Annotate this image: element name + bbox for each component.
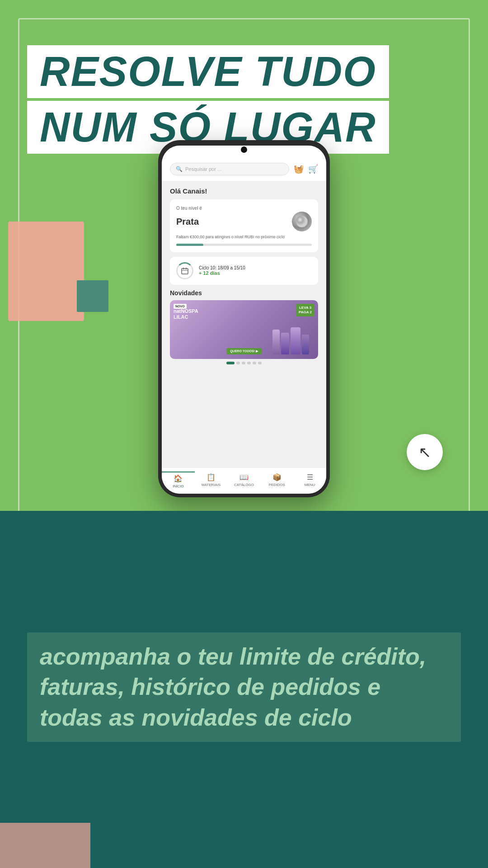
headline-line1: RESOLVE TUDO — [40, 48, 376, 94]
search-bar[interactable]: 🔍 Pesquisar por ... — [170, 163, 289, 175]
level-card: O teu nível é Prata — [170, 199, 318, 252]
dot-1[interactable] — [226, 362, 235, 364]
level-message: Faltam €300,00 para atingires o nível RU… — [176, 234, 312, 240]
deco-teal-rectangle — [77, 280, 108, 312]
headline-area: RESOLVE TUDO NUM SÓ LUGAR — [27, 45, 461, 154]
greeting-text: Olá Canais! — [170, 187, 318, 195]
level-label: O teu nível é — [176, 206, 312, 211]
svg-rect-1 — [182, 269, 188, 274]
deco-pink-rectangle — [8, 222, 84, 321]
search-icon: 🔍 — [176, 166, 183, 172]
cycle-days: + 12 dias — [199, 270, 245, 276]
bottom-description: acompanha o teu limite de crédito, fatur… — [40, 642, 448, 733]
nav-catalogo[interactable]: 📖 CATÁLOGO — [228, 473, 261, 487]
level-name-row: Prata — [176, 212, 312, 231]
app-content: 🔍 Pesquisar por ... 🧺 🛒 Olá Canais! O te… — [162, 146, 326, 494]
svg-point-0 — [296, 216, 308, 227]
catalogo-icon: 📖 — [239, 473, 249, 481]
nav-materiais[interactable]: 📋 MATERIAIS — [195, 473, 228, 487]
nav-catalogo-label: CATÁLOGO — [234, 483, 254, 487]
bottom-section: acompanha o teu limite de crédito, fatur… — [0, 511, 488, 868]
progress-bar — [176, 244, 312, 246]
dot-3[interactable] — [242, 362, 245, 364]
dot-5[interactable] — [253, 362, 256, 364]
wishlist-icon[interactable]: 🧺 — [294, 164, 304, 174]
novidades-section: Novidades NOVO natNOSPA LILAC LEVA 3PAGA… — [170, 289, 318, 461]
inicio-icon: 🏠 — [174, 474, 183, 483]
click-cursor-button: ↖ — [407, 434, 443, 470]
cart-icon[interactable]: 🛒 — [308, 164, 318, 174]
banner-products — [272, 327, 309, 354]
nav-pedidos-label: PEDIDOS — [269, 483, 285, 487]
pedidos-icon: 📦 — [272, 473, 282, 481]
cycle-dates: Ciclo 10: 18/09 a 15/10 — [199, 265, 245, 270]
nav-inicio-label: INÍCIO — [173, 484, 183, 488]
cycle-icon — [176, 262, 193, 279]
banner-cta[interactable]: QUERO TODOS! ▶ — [226, 348, 262, 354]
materiais-icon: 📋 — [206, 473, 216, 481]
banner-promo: LEVA 3PAGA 2 — [296, 304, 314, 317]
cursor-icon: ↖ — [418, 443, 431, 461]
bottom-nav: 🏠 INÍCIO 📋 MATERIAIS 📖 CATÁLOGO 📦 — [162, 467, 326, 494]
phone-mockup: 🔍 Pesquisar por ... 🧺 🛒 Olá Canais! O te… — [158, 140, 330, 497]
phone-camera — [241, 146, 247, 153]
dot-6[interactable] — [258, 362, 262, 364]
level-name: Prata — [176, 217, 199, 227]
bottom-text-block: acompanha o teu limite de crédito, fatur… — [27, 632, 461, 742]
dot-2[interactable] — [236, 362, 240, 364]
banner-brand: natNOSPA LILAC — [174, 308, 198, 320]
nav-menu-label: MENU — [305, 483, 315, 487]
nav-menu[interactable]: ☰ MENU — [293, 473, 326, 487]
menu-icon: ☰ — [307, 473, 313, 481]
nav-materiais-label: MATERIAIS — [202, 483, 221, 487]
nav-pedidos[interactable]: 📦 PEDIDOS — [260, 473, 293, 487]
progress-bar-fill — [176, 244, 203, 246]
deco-pink-bottom — [0, 823, 90, 868]
pagination-dots — [170, 362, 318, 364]
app-body: Olá Canais! O teu nível é Prata — [162, 181, 326, 467]
cycle-info: Ciclo 10: 18/09 a 15/10 + 12 dias — [199, 265, 245, 276]
top-section: RESOLVE TUDO NUM SÓ LUGAR 🔍 Pesquisar po… — [0, 0, 488, 511]
nav-inicio[interactable]: 🏠 INÍCIO — [162, 472, 195, 488]
cycle-card: Ciclo 10: 18/09 a 15/10 + 12 dias — [170, 257, 318, 285]
phone-outer: 🔍 Pesquisar por ... 🧺 🛒 Olá Canais! O te… — [158, 140, 330, 497]
novidades-title: Novidades — [170, 289, 318, 297]
headline-box-1: RESOLVE TUDO — [27, 45, 389, 98]
phone-screen: 🔍 Pesquisar por ... 🧺 🛒 Olá Canais! O te… — [162, 146, 326, 494]
level-badge — [292, 212, 312, 231]
search-placeholder-text: Pesquisar por ... — [185, 166, 221, 172]
dot-4[interactable] — [247, 362, 251, 364]
product-banner[interactable]: NOVO natNOSPA LILAC LEVA 3PAGA 2 — [170, 300, 318, 359]
